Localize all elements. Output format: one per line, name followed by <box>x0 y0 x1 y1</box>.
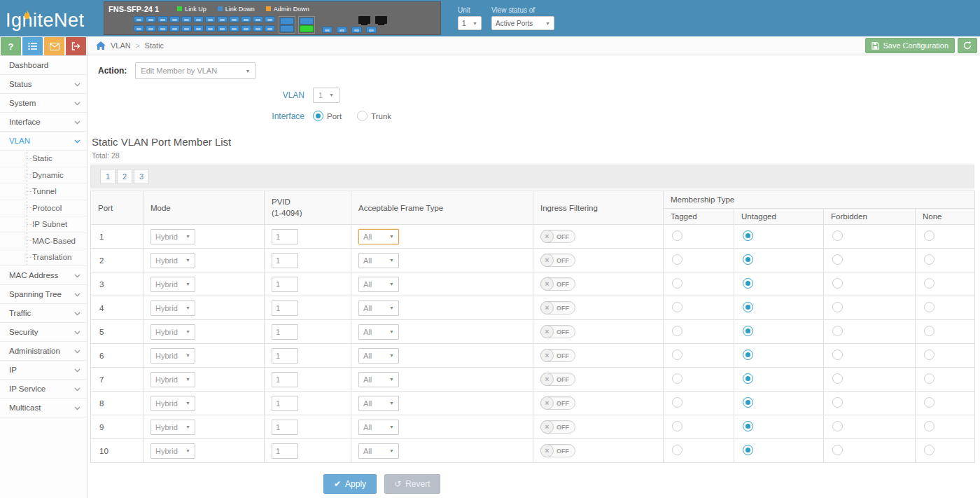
untagged-radio[interactable] <box>743 278 753 289</box>
ingress-filtering-toggle[interactable]: ×OFF <box>540 301 575 314</box>
mode-select[interactable]: Hybrid▼ <box>150 396 195 411</box>
pvid-input[interactable] <box>272 420 298 435</box>
frame-type-select[interactable]: All▼ <box>358 300 399 316</box>
tagged-radio[interactable] <box>672 254 682 265</box>
pvid-input[interactable] <box>272 229 298 244</box>
sidebar-item[interactable]: Status <box>0 75 87 94</box>
untagged-radio[interactable] <box>743 230 753 241</box>
sidebar-item[interactable]: Dashboard <box>0 56 87 75</box>
frame-type-select[interactable]: All▼ <box>358 348 399 364</box>
sidebar-subitem[interactable]: IP Subnet <box>0 216 87 233</box>
sidebar-subitem[interactable]: MAC-Based <box>0 233 87 250</box>
pvid-input[interactable] <box>272 372 298 387</box>
frame-type-select[interactable]: All▼ <box>358 420 399 435</box>
ingress-filtering-toggle[interactable]: ×OFF <box>540 277 575 291</box>
sidebar-item[interactable]: Multicast <box>0 399 87 417</box>
forbidden-radio[interactable] <box>832 350 843 360</box>
untagged-radio[interactable] <box>743 254 753 265</box>
frame-type-select[interactable]: All▼ <box>358 277 399 292</box>
frame-type-select[interactable]: All▼ <box>358 253 399 268</box>
tagged-radio[interactable] <box>672 302 682 312</box>
sidebar-item[interactable]: Administration <box>0 342 87 361</box>
tagged-radio[interactable] <box>672 230 682 241</box>
action-select[interactable]: Edit Member by VLAN▼ <box>135 62 255 79</box>
frame-type-select[interactable]: All▼ <box>358 396 399 411</box>
sidebar-subitem[interactable]: Translation <box>0 249 87 266</box>
vlan-select[interactable]: 1▼ <box>313 88 340 103</box>
tagged-radio[interactable] <box>672 397 682 408</box>
pagination-button[interactable]: 3 <box>134 169 149 184</box>
refresh-button[interactable] <box>958 38 977 53</box>
tagged-radio[interactable] <box>672 326 682 336</box>
sidebar-item[interactable]: VLAN <box>0 132 87 151</box>
mode-select[interactable]: Hybrid▼ <box>150 443 195 459</box>
view-status-select[interactable]: Active Ports▼ <box>491 16 554 30</box>
untagged-radio[interactable] <box>743 373 753 384</box>
frame-type-select[interactable]: All▼ <box>358 229 399 244</box>
pagination-button[interactable]: 2 <box>117 169 132 184</box>
sidebar-subitem[interactable]: Tunnel <box>0 184 87 200</box>
tagged-radio[interactable] <box>672 421 682 431</box>
apply-button[interactable]: ✔Apply <box>323 474 377 494</box>
pvid-input[interactable] <box>272 443 298 459</box>
forbidden-radio[interactable] <box>832 278 843 289</box>
forbidden-radio[interactable] <box>832 397 843 408</box>
untagged-radio[interactable] <box>743 326 753 336</box>
sidebar-item[interactable]: Security <box>0 323 87 342</box>
ingress-filtering-toggle[interactable]: ×OFF <box>540 349 575 362</box>
radio-button[interactable] <box>357 111 368 121</box>
save-configuration-button[interactable]: Save Configuration <box>865 38 955 53</box>
pvid-input[interactable] <box>272 300 298 316</box>
sidebar-subitem[interactable]: Dynamic <box>0 167 87 184</box>
help-button[interactable]: ? <box>1 37 21 55</box>
untagged-radio[interactable] <box>743 350 753 360</box>
interface-radio-option[interactable]: Port <box>313 111 342 121</box>
tagged-radio[interactable] <box>672 350 682 360</box>
untagged-radio[interactable] <box>743 302 753 312</box>
logout-button[interactable] <box>66 37 86 55</box>
forbidden-radio[interactable] <box>832 421 843 431</box>
forbidden-radio[interactable] <box>832 445 843 455</box>
none-radio[interactable] <box>924 445 934 455</box>
frame-type-select[interactable]: All▼ <box>358 324 399 340</box>
interface-radio-option[interactable]: Trunk <box>357 111 391 121</box>
pvid-input[interactable] <box>272 324 298 340</box>
tagged-radio[interactable] <box>672 445 682 455</box>
mode-select[interactable]: Hybrid▼ <box>150 348 195 364</box>
mode-select[interactable]: Hybrid▼ <box>150 253 195 268</box>
ingress-filtering-toggle[interactable]: ×OFF <box>540 325 575 338</box>
ingress-filtering-toggle[interactable]: ×OFF <box>540 444 575 457</box>
mode-select[interactable]: Hybrid▼ <box>150 229 195 244</box>
sidebar-subitem[interactable]: Static <box>0 151 87 167</box>
forbidden-radio[interactable] <box>832 326 843 336</box>
none-radio[interactable] <box>924 397 934 408</box>
ingress-filtering-toggle[interactable]: ×OFF <box>540 230 575 243</box>
none-radio[interactable] <box>924 302 934 312</box>
revert-button[interactable]: ↺Revert <box>384 474 440 494</box>
mode-select[interactable]: Hybrid▼ <box>150 420 195 435</box>
none-radio[interactable] <box>924 326 934 336</box>
frame-type-select[interactable]: All▼ <box>358 372 399 387</box>
none-radio[interactable] <box>924 230 934 241</box>
forbidden-radio[interactable] <box>832 254 843 265</box>
forbidden-radio[interactable] <box>832 230 843 241</box>
pvid-input[interactable] <box>272 348 298 364</box>
sidebar-subitem[interactable]: Protocol <box>0 200 87 217</box>
frame-type-select[interactable]: All▼ <box>358 443 399 459</box>
pagination-button[interactable]: 1 <box>100 169 115 184</box>
breadcrumb-root[interactable]: VLAN <box>111 41 131 50</box>
pvid-input[interactable] <box>272 396 298 411</box>
mode-select[interactable]: Hybrid▼ <box>150 372 195 387</box>
forbidden-radio[interactable] <box>832 302 843 312</box>
untagged-radio[interactable] <box>743 421 753 431</box>
mode-select[interactable]: Hybrid▼ <box>150 277 195 292</box>
unit-select[interactable]: 1▼ <box>458 16 482 30</box>
menu-button[interactable] <box>22 37 43 55</box>
sidebar-item[interactable]: Interface <box>0 113 87 132</box>
mode-select[interactable]: Hybrid▼ <box>150 324 195 340</box>
untagged-radio[interactable] <box>743 445 753 455</box>
none-radio[interactable] <box>924 421 934 431</box>
pvid-input[interactable] <box>272 277 298 292</box>
ingress-filtering-toggle[interactable]: ×OFF <box>540 254 575 267</box>
none-radio[interactable] <box>924 350 934 360</box>
